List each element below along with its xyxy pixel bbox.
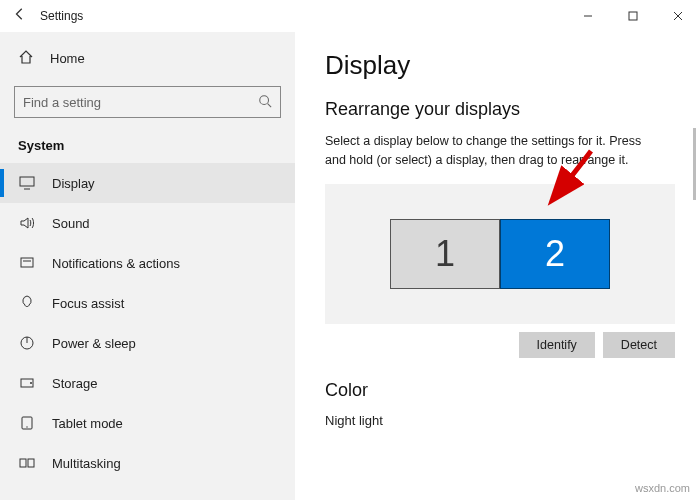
svg-rect-8 <box>21 258 33 267</box>
maximize-button[interactable] <box>610 0 655 32</box>
detect-button[interactable]: Detect <box>603 332 675 358</box>
nav-label: Power & sleep <box>52 336 136 351</box>
power-icon <box>18 335 36 351</box>
svg-rect-16 <box>20 459 26 467</box>
svg-rect-6 <box>20 177 34 186</box>
sidebar: Home Find a setting System Display Sound… <box>0 32 295 500</box>
display-icon <box>18 176 36 190</box>
titlebar: Settings <box>0 0 700 32</box>
monitor-2[interactable]: 2 <box>500 219 610 289</box>
sidebar-item-focus-assist[interactable]: Focus assist <box>0 283 295 323</box>
nav-label: Display <box>52 176 95 191</box>
svg-point-13 <box>30 382 32 384</box>
nav-label: Storage <box>52 376 98 391</box>
nav-label: Focus assist <box>52 296 124 311</box>
svg-rect-17 <box>28 459 34 467</box>
tablet-icon <box>18 416 36 430</box>
content-pane: Display Rearrange your displays Select a… <box>295 32 700 500</box>
svg-point-4 <box>260 95 269 104</box>
focus-icon <box>18 295 36 311</box>
scrollbar[interactable] <box>693 128 696 200</box>
home-icon <box>18 49 34 68</box>
sidebar-home-label: Home <box>50 51 85 66</box>
search-input[interactable]: Find a setting <box>14 86 281 118</box>
sound-icon <box>18 216 36 230</box>
back-button[interactable] <box>0 7 40 25</box>
minimize-button[interactable] <box>565 0 610 32</box>
rearrange-description: Select a display below to change the set… <box>325 132 665 170</box>
identify-button[interactable]: Identify <box>519 332 595 358</box>
close-button[interactable] <box>655 0 700 32</box>
sidebar-item-notifications[interactable]: Notifications & actions <box>0 243 295 283</box>
sidebar-category: System <box>0 132 295 163</box>
svg-point-15 <box>26 426 27 427</box>
sidebar-item-tablet-mode[interactable]: Tablet mode <box>0 403 295 443</box>
monitor-1[interactable]: 1 <box>390 219 500 289</box>
sidebar-item-storage[interactable]: Storage <box>0 363 295 403</box>
page-title: Display <box>325 50 700 81</box>
nav-label: Notifications & actions <box>52 256 180 271</box>
sidebar-item-sound[interactable]: Sound <box>0 203 295 243</box>
color-heading: Color <box>325 380 700 401</box>
notifications-icon <box>18 256 36 270</box>
svg-rect-1 <box>629 12 637 20</box>
rearrange-heading: Rearrange your displays <box>325 99 700 120</box>
search-placeholder: Find a setting <box>23 95 101 110</box>
sidebar-home[interactable]: Home <box>0 38 295 78</box>
display-arrangement-area[interactable]: 1 2 <box>325 184 675 324</box>
nav-label: Multitasking <box>52 456 121 471</box>
nav-label: Tablet mode <box>52 416 123 431</box>
night-light-label: Night light <box>325 413 700 428</box>
storage-icon <box>18 376 36 390</box>
window-title: Settings <box>40 9 83 23</box>
sidebar-item-power-sleep[interactable]: Power & sleep <box>0 323 295 363</box>
watermark: wsxdn.com <box>635 482 690 494</box>
sidebar-item-display[interactable]: Display <box>0 163 295 203</box>
nav-label: Sound <box>52 216 90 231</box>
multitasking-icon <box>18 456 36 470</box>
search-icon <box>258 94 272 111</box>
sidebar-item-multitasking[interactable]: Multitasking <box>0 443 295 483</box>
svg-line-5 <box>268 103 272 107</box>
